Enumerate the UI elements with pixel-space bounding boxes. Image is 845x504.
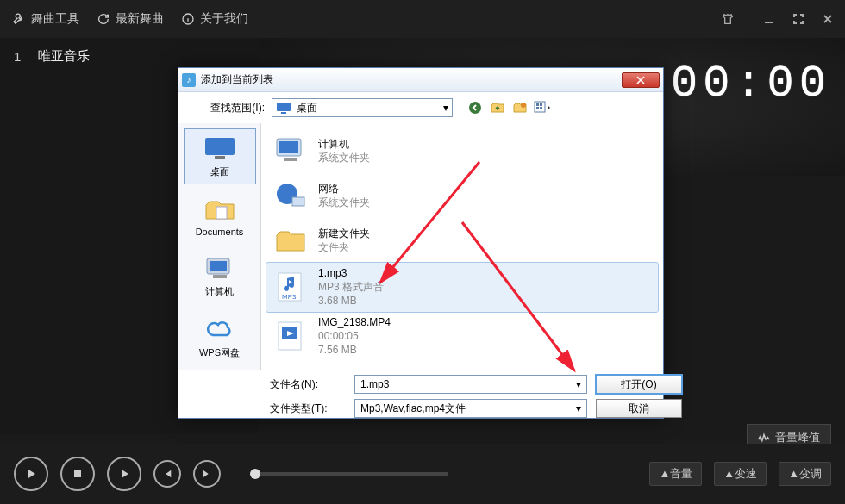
svg-rect-8 xyxy=(540,103,542,106)
svg-rect-12 xyxy=(215,156,225,159)
fullscreen-icon[interactable] xyxy=(792,12,805,26)
svg-point-5 xyxy=(521,103,526,108)
dialog-title: 添加到当前列表 xyxy=(201,72,622,87)
list-item[interactable]: 计算机系统文件夹 xyxy=(266,128,658,173)
top-menu-bar: 舞曲工具 最新舞曲 关于我们 xyxy=(0,0,845,38)
svg-rect-16 xyxy=(213,275,227,278)
svg-rect-2 xyxy=(277,103,291,111)
list-item[interactable]: 新建文件夹文件夹 xyxy=(266,218,658,263)
progress-slider[interactable] xyxy=(250,472,448,476)
cloud-icon xyxy=(203,315,237,343)
place-documents[interactable]: Documents xyxy=(184,190,256,243)
cancel-button[interactable]: 取消 xyxy=(596,399,682,418)
wrench-icon xyxy=(10,10,28,28)
place-wps[interactable]: WPS网盘 xyxy=(184,309,256,365)
shirt-icon[interactable] xyxy=(721,12,735,26)
menu-latest[interactable]: 最新舞曲 xyxy=(95,10,164,28)
new-folder-icon[interactable] xyxy=(511,99,529,116)
look-in-label: 查找范围(I): xyxy=(187,101,265,115)
view-menu-icon[interactable] xyxy=(534,99,551,116)
menu-tools-label: 舞曲工具 xyxy=(31,11,79,27)
svg-text:MP3: MP3 xyxy=(282,293,297,301)
filename-label: 文件名(N): xyxy=(270,377,346,392)
computer-icon xyxy=(203,254,237,282)
play-button[interactable] xyxy=(14,457,48,491)
look-in-combo[interactable]: 桌面 ▾ xyxy=(272,98,453,117)
file-open-dialog: ♪ 添加到当前列表 查找范围(I): 桌面 ▾ 桌面 Documents xyxy=(178,67,664,419)
chevron-down-icon: ▾ xyxy=(443,102,448,114)
waveform-icon xyxy=(758,432,770,443)
folder-icon xyxy=(272,221,310,259)
filetype-label: 文件类型(T): xyxy=(270,401,346,416)
up-folder-icon[interactable] xyxy=(489,99,506,116)
list-item[interactable]: IMG_2198.MP400:00:057.56 MB xyxy=(266,312,658,361)
look-in-value: 桌面 xyxy=(297,101,317,115)
list-item[interactable]: MP3 1.mp3MP3 格式声音3.68 MB xyxy=(266,263,658,312)
close-icon[interactable] xyxy=(821,12,835,26)
dialog-bottom: 文件名(N): 1.mp3 ▾ 打开(O) 文件类型(T): Mp3,Wav,f… xyxy=(178,370,663,426)
mp4-file-icon xyxy=(272,317,310,355)
svg-rect-7 xyxy=(536,103,539,106)
place-wps-label: WPS网盘 xyxy=(199,346,240,359)
play2-button[interactable] xyxy=(107,457,141,491)
info-icon xyxy=(179,10,197,28)
svg-rect-3 xyxy=(281,112,286,114)
menu-tools[interactable]: 舞曲工具 xyxy=(10,10,79,28)
dialog-titlebar[interactable]: ♪ 添加到当前列表 xyxy=(178,68,663,92)
svg-rect-9 xyxy=(536,107,539,109)
look-in-row: 查找范围(I): 桌面 ▾ xyxy=(178,92,663,123)
place-desktop[interactable]: 桌面 xyxy=(184,128,256,184)
monitor-icon xyxy=(203,134,237,162)
file-list: 计算机系统文件夹 网络系统文件夹 新建文件夹文件夹 MP3 1.mp3MP3 格… xyxy=(261,123,663,370)
slider-thumb[interactable] xyxy=(250,469,260,479)
svg-rect-18 xyxy=(279,141,298,153)
svg-rect-10 xyxy=(540,107,542,109)
menu-about-label: 关于我们 xyxy=(200,11,248,27)
svg-rect-15 xyxy=(210,261,227,271)
chevron-down-icon: ▾ xyxy=(576,402,581,414)
svg-rect-21 xyxy=(292,197,304,206)
playback-controls: ▲音量 ▲变速 ▲变调 xyxy=(0,444,845,504)
speed-button[interactable]: ▲变速 xyxy=(714,462,767,486)
dialog-close-button[interactable] xyxy=(622,72,660,88)
playlist-item-index: 1 xyxy=(14,49,21,64)
svg-rect-13 xyxy=(216,207,227,219)
menu-about[interactable]: 关于我们 xyxy=(179,10,248,28)
list-item[interactable]: 网络系统文件夹 xyxy=(266,173,658,218)
folder-docs-icon xyxy=(203,196,237,223)
volume-button[interactable]: ▲音量 xyxy=(649,462,702,486)
svg-rect-1 xyxy=(74,470,81,477)
svg-point-4 xyxy=(469,102,481,114)
filename-value: 1.mp3 xyxy=(360,378,389,390)
minimize-icon[interactable] xyxy=(762,12,776,26)
svg-rect-19 xyxy=(284,158,297,161)
filetype-combo[interactable]: Mp3,Wav,flac,mp4文件 ▾ xyxy=(354,399,587,418)
prev-button[interactable] xyxy=(153,460,181,488)
place-computer-label: 计算机 xyxy=(205,285,234,298)
music-note-icon: ♪ xyxy=(182,73,196,87)
next-button[interactable] xyxy=(193,460,221,488)
playlist-item-title: 唯亚音乐 xyxy=(38,48,90,65)
filetype-value: Mp3,Wav,flac,mp4文件 xyxy=(360,401,466,416)
mp3-file-icon: MP3 xyxy=(272,268,310,306)
place-desktop-label: 桌面 xyxy=(210,165,229,178)
time-display: 00:00 xyxy=(671,59,831,109)
chevron-down-icon: ▾ xyxy=(576,378,581,390)
network-icon xyxy=(272,177,310,215)
monitor-icon xyxy=(276,102,291,114)
place-computer[interactable]: 计算机 xyxy=(184,248,256,304)
place-documents-label: Documents xyxy=(196,227,244,237)
menu-latest-label: 最新舞曲 xyxy=(116,11,164,27)
refresh-icon xyxy=(95,10,112,28)
filename-combo[interactable]: 1.mp3 ▾ xyxy=(354,375,587,394)
pitch-button[interactable]: ▲变调 xyxy=(779,462,831,486)
stop-button[interactable] xyxy=(60,457,95,491)
back-icon[interactable] xyxy=(466,99,484,116)
computer-icon xyxy=(272,132,310,170)
places-bar: 桌面 Documents 计算机 WPS网盘 xyxy=(178,123,261,370)
svg-rect-11 xyxy=(205,138,235,155)
open-button[interactable]: 打开(O) xyxy=(596,375,682,394)
